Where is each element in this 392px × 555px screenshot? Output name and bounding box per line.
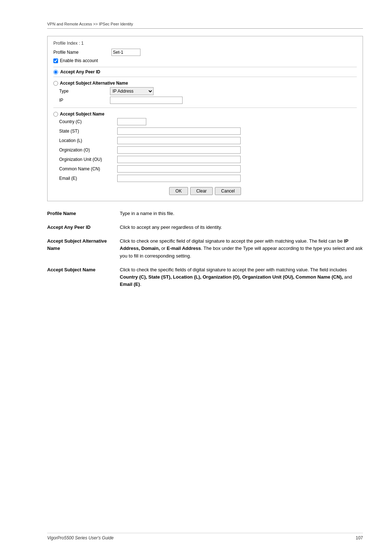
divider [53,108,357,108]
organization-input[interactable] [117,146,241,154]
ok-button[interactable]: OK [169,187,188,195]
email-row: Email (E) [59,175,357,182]
enable-account-row: Enable this account [53,58,357,63]
profile-name-row: Profile Name [53,49,357,56]
buttons-row: OK Clear Cancel [53,187,357,195]
page-footer: VigorPro5500 Series User's Guide 107 [47,533,363,540]
desc-term-accept-subject: Accept Subject Name [47,266,120,288]
enable-account-checkbox[interactable] [53,58,58,63]
accept-any-peer-radio[interactable] [53,70,58,74]
accept-any-peer-label: Accept Any Peer ID [60,69,100,74]
clear-button[interactable]: Clear [190,187,213,195]
desc-term-accept-alt: Accept Subject AlternativeName [47,238,120,259]
accept-subject-name-header: Accept Subject Name [53,112,357,117]
desc-def-accept-alt: Click to check one specific field of dig… [120,238,363,259]
breadcrumb: VPN and Remote Access >> IPSec Peer Iden… [47,22,363,29]
accept-any-peer-section: Accept Any Peer ID [53,67,357,77]
location-input[interactable] [117,137,241,144]
accept-subject-alt-header: Accept Subject Alternative Name [53,81,357,86]
country-row: Country (C) [59,118,357,125]
desc-def-accept-subject: Click to check the specific fields of di… [120,266,363,288]
org-unit-input[interactable] [117,156,241,163]
desc-term-profile-name: Profile Name [47,210,120,217]
desc-accept-any: Accept Any Peer ID Click to accept any p… [47,224,363,231]
state-row: State (ST) [59,127,357,135]
cancel-button[interactable]: Cancel [215,187,241,195]
accept-subject-name-radio[interactable] [53,112,58,117]
profile-name-input[interactable] [111,49,140,56]
accept-subject-alt-radio[interactable] [53,81,58,86]
email-input[interactable] [117,175,241,182]
state-label: State (ST) [59,129,117,134]
accept-subject-name-content: Country (C) State (ST) Location (L) Orgi… [53,118,357,182]
type-label: Type [59,89,110,94]
desc-term-accept-any: Accept Any Peer ID [47,224,120,231]
ip-label: IP [59,98,110,103]
form-box: Profile Index : 1 Profile Name Enable th… [47,36,363,201]
desc-accept-alt: Accept Subject AlternativeName Click to … [47,238,363,259]
org-unit-row: Orginization Unit (OU) [59,156,357,163]
desc-profile-name: Profile Name Type in a name in this file… [47,210,363,217]
type-row: Type IP Address Domain E-mail Address [59,87,357,95]
profile-index: Profile Index : 1 [53,41,357,46]
ip-input[interactable] [110,97,183,104]
organization-label: Orginization (O) [59,147,117,153]
location-row: Location (L) [59,137,357,144]
common-name-input[interactable] [117,165,241,173]
common-name-label: Common Name (CN) [59,166,117,171]
desc-accept-subject: Accept Subject Name Click to check the s… [47,266,363,288]
type-select[interactable]: IP Address Domain E-mail Address [110,87,154,95]
description-section: Profile Name Type in a name in this file… [47,210,363,288]
desc-def-accept-any: Click to accept any peer regardless of i… [120,224,222,231]
location-label: Location (L) [59,138,117,143]
accept-subject-alt-content: Type IP Address Domain E-mail Address IP [53,87,357,104]
ip-row: IP [59,97,357,104]
common-name-row: Common Name (CN) [59,165,357,173]
country-input[interactable] [117,118,146,125]
accept-subject-alt-section: Accept Subject Alternative Name Type IP … [53,81,357,104]
org-unit-label: Orginization Unit (OU) [59,157,117,162]
desc-def-profile-name: Type in a name in this file. [120,210,174,217]
country-label: Country (C) [59,119,117,124]
accept-subject-name-section: Accept Subject Name Country (C) State (S… [53,112,357,182]
organization-row: Orginization (O) [59,146,357,154]
footer-right: 107 [356,535,363,540]
email-label: Email (E) [59,176,117,181]
profile-name-label: Profile Name [53,50,111,55]
enable-account-label: Enable this account [60,58,98,63]
footer-left: VigorPro5500 Series User's Guide [47,535,114,540]
state-input[interactable] [117,127,241,135]
